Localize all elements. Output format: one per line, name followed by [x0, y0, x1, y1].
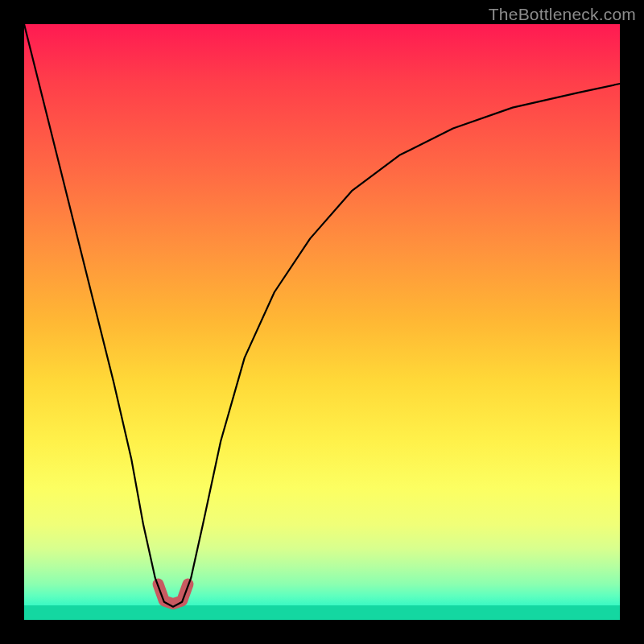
optimal-zone-badge	[159, 584, 188, 604]
chart-svg	[24, 24, 620, 620]
watermark-label: TheBottleneck.com	[489, 5, 636, 24]
plot-area	[24, 24, 620, 620]
chart-frame: TheBottleneck.com	[0, 0, 644, 644]
bottleneck-curve	[24, 24, 620, 607]
